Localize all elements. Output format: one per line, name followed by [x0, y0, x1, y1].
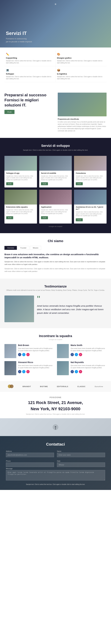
- social-facebook-2[interactable]: f: [71, 353, 74, 356]
- testimonial-image: [4, 296, 34, 322]
- map-placeholder: [0, 418, 111, 436]
- dev-card-btn-1[interactable]: Di più: [6, 182, 13, 185]
- team-name-1: Bob Brown: [18, 344, 54, 346]
- social-instagram-2[interactable]: in: [79, 353, 82, 356]
- quote-mark: ": [37, 296, 107, 303]
- dev-card-btn-2[interactable]: Di più: [41, 182, 48, 185]
- avatar-maria: [57, 344, 69, 358]
- team-desc-3: Qiue amet lorem lorem levarate arlit ut …: [18, 364, 54, 369]
- dev-card-image-6: [74, 190, 107, 204]
- tab-mission[interactable]: Mission: [30, 246, 41, 250]
- contact-message-field: Message: [6, 468, 105, 481]
- service-name: Sviluppo: [6, 73, 52, 75]
- dev-card-4: Estensione della squadra Sample text. Cl…: [4, 190, 37, 224]
- address-field-label: Address: [6, 450, 54, 452]
- social-twitter-2[interactable]: t: [75, 353, 78, 356]
- address-line1: 121 Rock Street, 21 Avenue,: [4, 400, 107, 405]
- team-images-credit: Immagine da Unsplash: [4, 339, 107, 340]
- dev-card-desc-3: Sample text. Click to select the text bo…: [74, 175, 107, 181]
- dev-card-1: Sviluppo di app Sample text. Click to se…: [4, 156, 37, 188]
- address-desc: Sample text. Click to select the text bo…: [4, 413, 107, 415]
- service-dev: 💻 Sviluppo Sample text. Click to select …: [4, 66, 56, 82]
- who-title: Chi siamo: [4, 239, 107, 243]
- who-desc-text: Sample text. Click to select the text bo…: [4, 268, 107, 273]
- social-facebook-1[interactable]: f: [18, 353, 21, 356]
- hamburger-menu[interactable]: ≡: [55, 3, 56, 6]
- team-info-1: Bob Brown Qiue amet lorem lorem levarate…: [18, 344, 54, 356]
- social-twitter-1[interactable]: t: [22, 353, 25, 356]
- dev-card-image-5: [39, 190, 72, 204]
- team-section: Incontrare la squadra Immagine da Unspla…: [0, 328, 111, 381]
- team-title: Incontrare la squadra: [4, 334, 107, 338]
- team-name-3: Giovanni Ricco: [18, 361, 54, 364]
- logo-3: BIGTIME: [40, 386, 48, 388]
- message-field-label: Message: [6, 468, 105, 470]
- logo-2: BRANDIT: [23, 386, 31, 388]
- images-credit: Immagine da Unsplash: [4, 226, 107, 227]
- team-grid: Bob Brown Qiue amet lorem lorem levarate…: [4, 344, 107, 375]
- team-member-4: Nat Reynolds Qiue amet lorem lorem levar…: [57, 361, 107, 375]
- dev-icon: 💻: [6, 68, 52, 72]
- dev-section-title: Servizi di sviluppo: [4, 144, 107, 148]
- dev-card-desc-6: Sample text. Click to select the text bo…: [74, 211, 107, 217]
- social-twitter-4[interactable]: t: [75, 370, 78, 373]
- name-input[interactable]: [57, 453, 105, 457]
- dev-card-title-3: Consulenza: [74, 172, 107, 174]
- social-facebook-4[interactable]: f: [71, 370, 74, 373]
- logo-1: [8, 384, 13, 389]
- logistics-icon: 📦: [57, 68, 104, 72]
- dev-card-3: Consulenza Sample text. Click to select …: [74, 156, 107, 188]
- date-field-label: Date: [57, 460, 105, 462]
- team-info-4: Nat Reynolds Qiue amet lorem lorem levar…: [71, 361, 107, 373]
- tab-founder[interactable]: Founder: [18, 246, 29, 250]
- team-desc-4: Qiue amet lorem lorem levarate arlit ut …: [71, 364, 107, 369]
- dev-card-image-3: [74, 156, 107, 171]
- service-copywriting: ✏️ Copywriting Sample text. Click to sel…: [4, 50, 56, 66]
- avatar-bob: [4, 344, 16, 358]
- team-social-3: f t in: [18, 370, 54, 373]
- service-name: Disegno grafico: [57, 57, 104, 59]
- team-info-2: Maria Smith Qiue amet lorem lorem levara…: [71, 344, 107, 356]
- address-section: Posizione 121 Rock Street, 21 Avenue, Ne…: [0, 392, 111, 418]
- social-instagram-4[interactable]: in: [79, 370, 82, 373]
- contact-phone-field: Phone: [6, 460, 54, 467]
- dev-card-title-5: Applicazioni: [39, 206, 72, 208]
- social-facebook-3[interactable]: f: [18, 370, 21, 373]
- dev-card-btn-4[interactable]: Di più: [6, 216, 13, 219]
- prepare-button[interactable]: Di più: [4, 110, 14, 114]
- dev-card-btn-6[interactable]: Di più: [76, 218, 83, 221]
- dev-card-image-1: [4, 156, 37, 171]
- social-instagram-1[interactable]: in: [26, 353, 30, 356]
- who-desc-highlight: Sample text. Click to select the text bo…: [4, 260, 107, 266]
- dev-section-subtitle: Sample text. Click to select the text bo…: [4, 149, 107, 152]
- dev-cards-grid: Sviluppo di app Sample text. Click to se…: [4, 156, 107, 224]
- service-desc: Sample text. Click to select the text bo…: [57, 76, 104, 80]
- social-twitter-3[interactable]: t: [22, 370, 25, 373]
- testimonial-subtitle: Offriamo molti corsi ottimali di servizi…: [4, 289, 107, 291]
- dev-card-desc-2: Sample text. Click to select the text bo…: [39, 175, 72, 181]
- contact-desc: Sample text. Click to select the text bo…: [6, 483, 105, 486]
- team-member-3: Giovanni Ricco Qiue amet lorem lorem lev…: [4, 361, 54, 375]
- date-input[interactable]: [57, 462, 105, 467]
- team-desc-1: Qiue amet lorem lorem levarate arlit ut …: [18, 347, 54, 352]
- social-instagram-3[interactable]: in: [26, 370, 30, 373]
- service-desc: Sample text. Click to select the text bo…: [57, 60, 104, 64]
- service-desc: Sample text. Click to select the text bo…: [6, 60, 52, 64]
- tab-overview[interactable]: Overview: [4, 246, 17, 250]
- who-desc-title: Brave è una soluzione web innovativa, ch…: [4, 253, 107, 259]
- phone-input[interactable]: [6, 462, 54, 467]
- hero-content: Servizi IT Forniamo in outsourcingper le…: [6, 30, 32, 43]
- team-name-2: Maria Smith: [71, 344, 107, 346]
- contact-form-grid: Address Name Phone Date: [6, 450, 105, 467]
- logo-6: Sunshine: [95, 386, 103, 388]
- testimonial-quote-area: " Amet luctus venenatis lectus magna fri…: [37, 296, 107, 315]
- avatar-nat: [57, 361, 69, 375]
- prepare-image: [58, 92, 107, 116]
- dev-card-btn-3[interactable]: Di più: [76, 182, 83, 185]
- who-section: Chi siamo Overview Founder Mission Brave…: [0, 233, 111, 278]
- dev-card-btn-5[interactable]: Di più: [41, 216, 48, 219]
- message-textarea[interactable]: [6, 470, 105, 480]
- who-tabs: Overview Founder Mission: [4, 246, 107, 250]
- address-input[interactable]: [6, 453, 54, 457]
- phone-field-label: Phone: [6, 460, 54, 462]
